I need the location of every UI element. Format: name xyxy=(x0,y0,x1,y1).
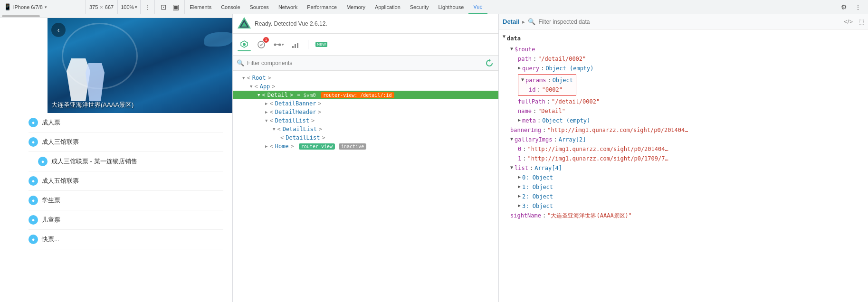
expand-icon[interactable]: ▼ xyxy=(258,93,260,97)
name-row: name : "Detail" xyxy=(503,106,864,116)
router-chevron-icon: ▾ xyxy=(282,42,284,47)
tree-item-app[interactable]: ▼ <App> xyxy=(233,82,498,91)
expand-icon[interactable]: ▼ xyxy=(273,127,275,132)
tree-item-home[interactable]: ▶ <Home> router-view inactive xyxy=(233,142,498,151)
chevron-down-icon: ▾ xyxy=(45,5,47,9)
tab-performance[interactable]: Performance xyxy=(302,0,342,14)
separator xyxy=(308,40,308,49)
components-icon[interactable] xyxy=(238,38,251,51)
tree-item-detaillist-2[interactable]: ▼ <DetailList> xyxy=(233,125,498,133)
tab-network[interactable]: Network xyxy=(274,0,302,14)
tag-name: Home xyxy=(275,143,289,150)
list-item[interactable]: ● 学生票 xyxy=(29,191,223,210)
list-item[interactable]: ● 儿童票 xyxy=(29,210,223,230)
expand-icon[interactable]: ▶ xyxy=(518,202,521,209)
ticket-label: 成人三馆联票 xyxy=(42,138,79,146)
settings-gear-icon[interactable]: ⚙ xyxy=(838,1,850,13)
list-item[interactable]: ● 成人三馆联票 - 某一连锁店销售 xyxy=(29,152,223,171)
component-filter-input[interactable] xyxy=(247,60,481,66)
expand-icon[interactable]: ▼ xyxy=(250,84,252,89)
tab-memory[interactable]: Memory xyxy=(342,0,370,14)
expand-icon[interactable]: ▶ xyxy=(518,116,521,123)
back-arrow-icon: ‹ xyxy=(57,26,60,34)
refresh-button[interactable] xyxy=(484,58,495,68)
tab-vue[interactable]: Vue xyxy=(468,0,487,14)
expand-icon[interactable]: ▶ xyxy=(518,64,521,71)
tab-sources[interactable]: Sources xyxy=(245,0,274,14)
tree-item-detaillist-3[interactable]: <DetailList> xyxy=(233,133,498,142)
expand-icon[interactable]: ▶ xyxy=(265,144,267,149)
tab-security[interactable]: Security xyxy=(405,0,434,14)
gallery-key: gallaryImgs xyxy=(515,135,552,144)
expand-icon[interactable]: ▼ xyxy=(265,118,267,123)
expand-icon[interactable]: ▶ xyxy=(265,101,267,106)
router-icon[interactable]: ▾ xyxy=(272,38,285,51)
tab-application[interactable]: Application xyxy=(370,0,405,14)
list-item[interactable]: ● 快票... xyxy=(29,230,223,249)
ticket-icon: ● xyxy=(29,137,38,147)
code-icon[interactable]: </> xyxy=(844,18,853,25)
overflow-menu-icon[interactable]: ⋮ xyxy=(852,1,864,13)
id-row: id : "0002" xyxy=(521,85,573,94)
tree-item-detailbanner[interactable]: ▶ <DetailBanner> xyxy=(233,99,498,108)
meta-key: meta xyxy=(522,116,536,125)
arrow-icon: ▸ xyxy=(522,19,525,25)
performance-chart-icon[interactable] xyxy=(289,38,302,51)
device-mode-icon[interactable]: ▣ xyxy=(170,1,181,13)
tab-elements[interactable]: Elements xyxy=(185,0,216,14)
devtools-mode-icons: ⊡ ▣ xyxy=(155,0,185,14)
tree-item-detail[interactable]: ▼ <Detail> = $vm0 router-view: /detail/:… xyxy=(233,91,498,99)
vue-logo-icon xyxy=(238,17,251,30)
expand-all-icon[interactable]: ⬚ xyxy=(858,18,864,25)
width-value: 375 xyxy=(89,4,98,10)
component-filter-bar: 🔍 xyxy=(233,56,498,71)
settings-area: ⚙ ⋮ xyxy=(834,1,868,13)
settings-cog-icon[interactable]: NEW xyxy=(314,38,327,51)
path-key: path xyxy=(518,55,532,63)
tab-console[interactable]: Console xyxy=(216,0,245,14)
vuex-icon[interactable]: 1 xyxy=(255,38,268,51)
query-value: Object (empty) xyxy=(545,64,593,73)
list-2-label: 2: Object xyxy=(522,192,553,201)
expand-icon[interactable]: ▼ xyxy=(503,33,506,40)
data-filter-input[interactable] xyxy=(538,19,841,25)
expand-icon[interactable]: ▶ xyxy=(265,110,267,114)
ticket-label: 成人五馆联票 xyxy=(42,177,79,185)
expand-icon[interactable]: ▼ xyxy=(510,135,513,142)
tree-item-detaillist-1[interactable]: ▼ <DetailList> xyxy=(233,116,498,125)
list-item[interactable]: ● 成人票 xyxy=(29,113,223,132)
list-item[interactable]: ● 成人五馆联票 xyxy=(29,171,223,191)
back-button[interactable]: ‹ xyxy=(51,23,66,37)
inspect-element-icon[interactable]: ⊡ xyxy=(158,1,169,13)
tag-name: Detail xyxy=(267,92,288,98)
expand-icon[interactable]: ▼ xyxy=(521,76,524,83)
svg-rect-10 xyxy=(297,43,298,48)
expand-icon[interactable]: ▶ xyxy=(518,183,521,190)
more-options-button[interactable]: ⋮ xyxy=(141,0,155,14)
device-selector[interactable]: 📱 iPhone 6/7/8 ▾ xyxy=(0,0,86,14)
expand-icon[interactable]: ▼ xyxy=(242,76,245,80)
list-item-0: ▶ 0: Object xyxy=(503,173,864,182)
tab-lighthouse[interactable]: Lighthouse xyxy=(434,0,469,14)
expand-icon[interactable]: ▶ xyxy=(518,173,521,180)
list-type: Array[4] xyxy=(534,164,562,172)
params-section: ▼ params : Object id : "0002" xyxy=(503,73,864,97)
devtools-tabs: Elements Console Sources Network Perform… xyxy=(185,0,834,14)
gallery-type: Array[2] xyxy=(559,135,586,144)
path-row: path : "/detail/0002" xyxy=(503,54,864,64)
tree-item-root[interactable]: ▼ <Root> xyxy=(233,74,498,82)
expand-icon[interactable]: ▶ xyxy=(518,192,521,199)
data-inspector-panel: Detail ▸ 🔍 </> ⬚ ▼ data ▼ $route path : … xyxy=(499,14,868,302)
tree-item-detailheader[interactable]: ▶ <DetailHeader> xyxy=(233,108,498,116)
detail-title: Detail xyxy=(503,18,519,25)
name-value: "Detail" xyxy=(538,107,565,115)
banner-value: "http://img1.qunarzz.com/sight/p0/201404… xyxy=(547,126,690,134)
list-item-3: ▶ 3: Object xyxy=(503,201,864,211)
mobile-content: ‹ 大连圣亚海洋世界(AAAA景区) 🖼 2 ● 成人票 ● 成人三馆 xyxy=(0,18,232,302)
zoom-selector[interactable]: 100% ▾ xyxy=(118,0,141,14)
banner-row: bannerImg : "http://img1.qunarzz.com/sig… xyxy=(503,125,864,135)
list-item[interactable]: ● 成人三馆联票 xyxy=(29,132,223,152)
scroll-track xyxy=(0,14,232,18)
expand-icon[interactable]: ▼ xyxy=(510,45,513,52)
expand-icon[interactable]: ▼ xyxy=(510,164,513,171)
